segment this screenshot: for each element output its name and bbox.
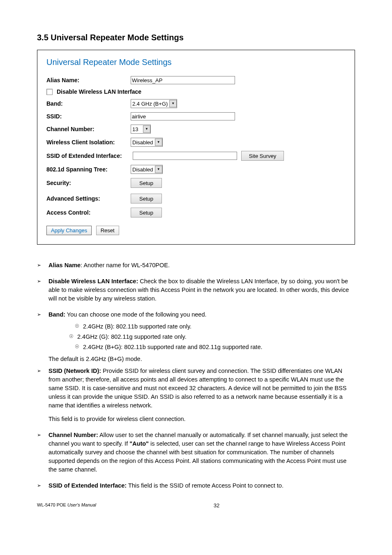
list-item: ➢ Channel Number: Allow user to set the … (37, 431, 355, 474)
security-setup-button[interactable]: Setup (131, 178, 162, 188)
site-survey-button[interactable]: Site Survey (241, 151, 284, 161)
apply-button[interactable]: Apply Changes (46, 226, 92, 235)
desc-term: SSID of Extended Interface: (48, 482, 127, 489)
adv-label: Advanced Settings: (46, 195, 131, 202)
arrow-icon: ➢ (37, 310, 48, 363)
ssid-label: SSID: (46, 113, 131, 120)
stp-select[interactable]: Disabled ▼ (131, 165, 163, 174)
desc-text: The default is 2.4GHz (B+G) mode. (48, 355, 355, 363)
chevron-down-icon: ▼ (143, 125, 150, 133)
page-footer: WL-5470 POE User's Manual 32 (37, 502, 355, 509)
footer-model: WL-5470 POE (37, 502, 67, 507)
band-label: Band: (46, 100, 131, 107)
arrow-icon: ➢ (37, 367, 48, 423)
desc-text: : Another name for WL-5470POE. (81, 262, 170, 268)
chevron-down-icon: ▼ (155, 139, 162, 146)
desc-term: Disable Wireless LAN Interface: (48, 278, 138, 284)
list-item: ➢ SSID of Extended Interface: This field… (37, 481, 355, 490)
bullet-icon: ☉ (75, 343, 83, 352)
adv-setup-button[interactable]: Setup (131, 194, 162, 204)
bullet-icon: ☉ (69, 333, 77, 341)
desc-term: Channel Number: (48, 432, 98, 438)
desc-term: Alias Name (48, 262, 81, 268)
sub-text: 2.4GHz (B+G): 802.11b supported rate and… (83, 343, 263, 352)
desc-text: You can choose one mode of the following… (65, 311, 206, 318)
arrow-icon: ➢ (37, 261, 48, 270)
list-item: ➢ Band: You can choose one mode of the f… (37, 310, 355, 363)
arrow-icon: ➢ (37, 277, 48, 303)
alias-input[interactable] (131, 76, 235, 84)
list-item: ➢ Disable Wireless LAN Interface: Check … (37, 277, 355, 303)
ssid-input[interactable] (131, 112, 235, 120)
desc-text: This field is the SSID of remote Access … (127, 482, 284, 489)
desc-term: SSID (Network ID): (48, 368, 101, 374)
isolation-value: Disabled (132, 139, 154, 146)
description-list: ➢ Alias Name: Another name for WL-5470PO… (37, 261, 355, 490)
chevron-down-icon: ▼ (155, 166, 162, 173)
section-heading: 3.5 Universal Repeater Mode Settings (37, 33, 355, 42)
stp-label: 802.1d Spanning Tree: (46, 166, 131, 173)
isolation-label: Wireless Client Isolation: (46, 139, 131, 146)
channel-value: 13 (132, 126, 142, 132)
stp-value: Disabled (132, 166, 154, 173)
band-value: 2.4 GHz (B+G) (132, 101, 168, 107)
sub-text: 2.4GHz (G): 802.11g supported rate only. (77, 333, 187, 341)
desc-text: This field is to provide for wireless cl… (48, 415, 355, 423)
settings-panel: Universal Repeater Mode Settings Alias N… (37, 50, 355, 245)
arrow-icon: ➢ (37, 431, 48, 474)
bullet-icon: ☉ (75, 322, 83, 331)
panel-title: Universal Repeater Mode Settings (46, 58, 346, 67)
channel-label: Channel Number: (46, 126, 131, 132)
chevron-down-icon: ▼ (169, 100, 177, 107)
ac-setup-button[interactable]: Setup (131, 208, 162, 217)
ext-ssid-input[interactable] (133, 152, 237, 160)
reset-button[interactable]: Reset (96, 226, 119, 235)
ext-ssid-label: SSID of Extended Interface: (46, 153, 133, 159)
arrow-icon: ➢ (37, 481, 48, 490)
sub-text: 2.4GHz (B): 802.11b supported rate only. (83, 322, 191, 331)
desc-bold: "Auto" (129, 440, 149, 447)
desc-term: Band: (48, 311, 65, 318)
isolation-select[interactable]: Disabled ▼ (131, 138, 163, 147)
disable-wlan-label: Disable Wireless LAN Interface (57, 88, 141, 95)
alias-label: Alias Name: (46, 77, 131, 83)
footer-manual: User's Manual (67, 502, 96, 507)
list-item: ➢ Alias Name: Another name for WL-5470PO… (37, 261, 355, 270)
list-item: ➢ SSID (Network ID): Provide SSID for wi… (37, 367, 355, 423)
page-number: 32 (208, 502, 225, 509)
channel-select[interactable]: 13 ▼ (131, 125, 151, 134)
ac-label: Access Control: (46, 209, 131, 216)
security-label: Security: (46, 180, 131, 186)
disable-wlan-checkbox[interactable] (46, 89, 53, 95)
band-select[interactable]: 2.4 GHz (B+G) ▼ (131, 99, 177, 108)
